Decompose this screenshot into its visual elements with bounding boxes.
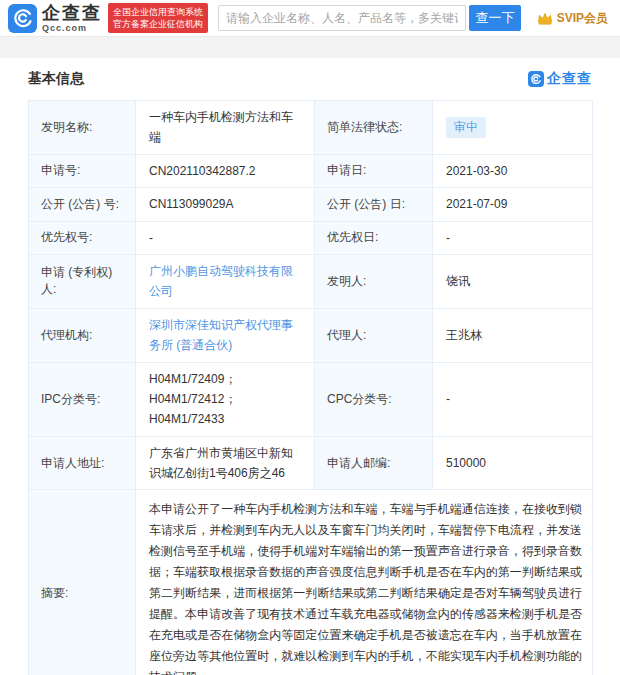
field-value-agent: 王兆林 bbox=[433, 308, 593, 362]
logo-name: 企查查 bbox=[42, 4, 102, 22]
field-value-publication-number: CN113099029A bbox=[136, 188, 315, 221]
field-label-publication-number: 公开 (公告) 号: bbox=[29, 188, 136, 221]
field-value-abstract: 本申请公开了一种车内手机检测方法和车端，车端与手机端通信连接，在接收到锁车请求后… bbox=[136, 490, 593, 675]
field-value-priority-number: - bbox=[136, 221, 315, 254]
table-row: 优先权号: - 优先权日: - bbox=[29, 221, 593, 254]
field-label-publication-date: 公开 (公告) 日: bbox=[315, 188, 433, 221]
field-value-applicant-address: 广东省广州市黄埔区中新知识城亿创街1号406房之46 bbox=[136, 436, 315, 490]
field-label-application-date: 申请日: bbox=[315, 154, 433, 187]
field-value-inventor: 饶讯 bbox=[433, 254, 593, 308]
section-title: 基本信息 bbox=[28, 70, 84, 88]
svip-member-link[interactable]: SVIP会员 bbox=[537, 10, 608, 27]
gov-badge-line2: 官方备案企业征信机构 bbox=[113, 18, 203, 30]
field-label-applicant: 申请 (专利权) 人: bbox=[29, 254, 136, 308]
field-label-ipc-class: IPC分类号: bbox=[29, 362, 136, 436]
field-label-applicant-address: 申请人地址: bbox=[29, 436, 136, 490]
field-label-applicant-zipcode: 申请人邮编: bbox=[315, 436, 433, 490]
basic-info-panel: 基本信息 企查查 发明名称: 一种车内手机检测方法和车端 简单法律状态: 审中 … bbox=[0, 58, 620, 675]
field-label-inventor: 发明人: bbox=[315, 254, 433, 308]
field-value-invention-name: 一种车内手机检测方法和车端 bbox=[136, 101, 315, 155]
applicant-company-link[interactable]: 广州小鹏自动驾驶科技有限公司 bbox=[149, 264, 293, 298]
field-label-invention-name: 发明名称: bbox=[29, 101, 136, 155]
table-row: 发明名称: 一种车内手机检测方法和车端 简单法律状态: 审中 bbox=[29, 101, 593, 155]
search-bar: 查一下 bbox=[218, 5, 521, 31]
agency-link[interactable]: 深圳市深佳知识产权代理事务所 (普通合伙) bbox=[149, 318, 293, 352]
crown-icon bbox=[537, 11, 553, 25]
table-row: 公开 (公告) 号: CN113099029A 公开 (公告) 日: 2021-… bbox=[29, 188, 593, 221]
logo-domain: Qcc.com bbox=[42, 24, 102, 33]
qcc-logo-text[interactable]: 企查查 Qcc.com bbox=[42, 4, 102, 33]
field-value-application-number: CN202110342887.2 bbox=[136, 154, 315, 187]
qcc-logo-icon[interactable] bbox=[8, 4, 37, 33]
qcc-watermark: 企查查 bbox=[528, 70, 592, 88]
status-badge: 审中 bbox=[446, 117, 486, 138]
field-label-agency: 代理机构: bbox=[29, 308, 136, 362]
table-row-abstract: 摘要: 本申请公开了一种车内手机检测方法和车端，车端与手机端通信连接，在接收到锁… bbox=[29, 490, 593, 675]
field-label-abstract: 摘要: bbox=[29, 490, 136, 675]
field-value-ipc-class: H04M1/72409； H04M1/72412； H04M1/72433 bbox=[136, 362, 315, 436]
patent-info-table: 发明名称: 一种车内手机检测方法和车端 简单法律状态: 审中 申请号: CN20… bbox=[28, 100, 593, 675]
field-value-publication-date: 2021-07-09 bbox=[433, 188, 593, 221]
header-divider-band bbox=[0, 36, 620, 58]
gov-badge-line1: 全国企业信用查询系统 bbox=[113, 6, 203, 18]
table-row: 申请 (专利权) 人: 广州小鹏自动驾驶科技有限公司 发明人: 饶讯 bbox=[29, 254, 593, 308]
field-value-application-date: 2021-03-30 bbox=[433, 154, 593, 187]
table-row: 代理机构: 深圳市深佳知识产权代理事务所 (普通合伙) 代理人: 王兆林 bbox=[29, 308, 593, 362]
search-button[interactable]: 查一下 bbox=[469, 5, 521, 31]
field-label-simple-legal-status: 简单法律状态: bbox=[315, 101, 433, 155]
field-label-cpc-class: CPC分类号: bbox=[315, 362, 433, 436]
svip-label: SVIP会员 bbox=[557, 10, 608, 27]
qcc-watermark-text: 企查查 bbox=[547, 70, 592, 88]
field-value-cpc-class: - bbox=[433, 362, 593, 436]
top-header: 企查查 Qcc.com 全国企业信用查询系统 官方备案企业征信机构 查一下 SV… bbox=[0, 0, 620, 36]
table-row: 申请人地址: 广东省广州市黄埔区中新知识城亿创街1号406房之46 申请人邮编:… bbox=[29, 436, 593, 490]
field-label-application-number: 申请号: bbox=[29, 154, 136, 187]
qcc-watermark-icon bbox=[528, 71, 544, 87]
search-input[interactable] bbox=[218, 5, 466, 31]
table-row: IPC分类号: H04M1/72409； H04M1/72412； H04M1/… bbox=[29, 362, 593, 436]
field-value-applicant-zipcode: 510000 bbox=[433, 436, 593, 490]
table-row: 申请号: CN202110342887.2 申请日: 2021-03-30 bbox=[29, 154, 593, 187]
field-label-priority-number: 优先权号: bbox=[29, 221, 136, 254]
field-label-priority-date: 优先权日: bbox=[315, 221, 433, 254]
field-value-priority-date: - bbox=[433, 221, 593, 254]
field-label-agent: 代理人: bbox=[315, 308, 433, 362]
gov-credit-badge: 全国企业信用查询系统 官方备案企业征信机构 bbox=[108, 3, 208, 33]
